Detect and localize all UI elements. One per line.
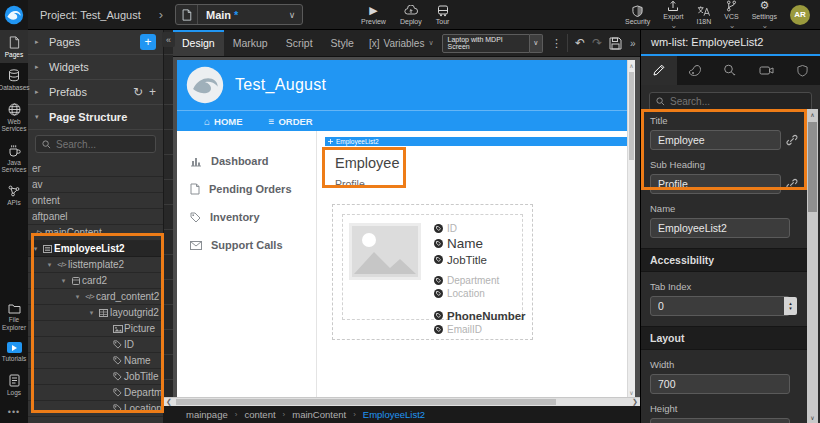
subheading-input[interactable] [650, 174, 781, 194]
breadcrumb-mainpage[interactable]: mainpage [186, 409, 228, 420]
menu-item-support-calls[interactable]: Support Calls [177, 231, 316, 259]
prefabs-accordion[interactable]: ▸ Prefabs ↻ + [28, 80, 163, 105]
scrollbar-thumb[interactable] [176, 399, 556, 405]
widgets-accordion[interactable]: ▸ Widgets [28, 55, 163, 80]
tree-item-department[interactable]: Department [28, 385, 163, 401]
list-item-template[interactable]: ID Name JobTitle [332, 204, 533, 340]
field-name[interactable]: Name [434, 235, 526, 252]
page-structure-accordion[interactable]: ▾ Page Structure [28, 105, 163, 130]
chevron-down-icon[interactable] [72, 293, 83, 301]
sidebar-item-java-services[interactable]: Java Services [0, 138, 28, 179]
i18n-button[interactable]: I18N [697, 4, 712, 25]
pages-accordion[interactable]: ▸ Pages + [28, 30, 163, 55]
expand-toolbar-button[interactable]: » [625, 30, 640, 56]
preview-button[interactable]: ▶ Preview [361, 4, 386, 25]
sidebar-item-pages[interactable]: Pages [0, 30, 28, 63]
security-button[interactable]: Security [625, 4, 650, 25]
tab-markup[interactable]: Markup [224, 30, 277, 56]
tree-item-header[interactable]: er [28, 161, 163, 177]
sidebar-item-web-services[interactable]: Web Services [0, 97, 28, 138]
breadcrumb-maincontent[interactable]: mainContent [292, 409, 346, 420]
kebab-menu-icon[interactable]: ⋮ [549, 30, 565, 56]
tab-security[interactable] [784, 56, 820, 85]
structure-search-input[interactable] [56, 139, 149, 150]
list-item-card[interactable]: ID Name JobTitle [342, 214, 523, 320]
tree-item-picture[interactable]: Picture [28, 321, 163, 337]
field-id[interactable]: ID [434, 222, 526, 235]
section-accessibility[interactable]: Accessibility [641, 248, 807, 272]
tab-events[interactable] [713, 56, 749, 85]
width-input[interactable] [650, 374, 790, 394]
field-phonenumber[interactable]: PhoneNumber [434, 308, 526, 323]
chevron-down-icon[interactable] [44, 261, 55, 269]
deploy-button[interactable]: Deploy [400, 4, 422, 25]
bind-link-icon[interactable] [786, 178, 798, 190]
variables-button[interactable]: [x] Variables [369, 30, 434, 56]
tree-item-card-content2[interactable]: </> card_content2 [28, 289, 163, 305]
tab-style[interactable]: Style [322, 30, 363, 56]
properties-search-input[interactable] [670, 96, 805, 107]
nav-item-home[interactable]: ⌂ HOME [204, 116, 243, 127]
field-emailid[interactable]: EmailID [434, 323, 526, 336]
add-prefab-button[interactable]: + [149, 85, 156, 99]
sidebar-item-file-explorer[interactable]: File Explorer [0, 297, 28, 336]
undo-button[interactable]: ↶ [571, 30, 588, 56]
tree-item-location[interactable]: Location [28, 401, 163, 417]
tab-device[interactable] [748, 56, 784, 85]
tab-design[interactable]: Design [173, 30, 224, 56]
bind-link-icon[interactable] [786, 134, 798, 146]
nav-item-order[interactable]: ≡ ORDER [269, 116, 313, 127]
canvas-vertical-scrollbar[interactable]: ∧ ∨ [627, 60, 635, 397]
chevron-down-icon[interactable] [30, 245, 41, 253]
tour-button[interactable]: Tour [436, 4, 450, 25]
scrollbar-thumb[interactable] [629, 72, 634, 160]
title-input[interactable] [650, 130, 781, 150]
sidebar-item-tutorials[interactable]: Tutorials [0, 336, 28, 367]
name-input[interactable] [650, 218, 790, 238]
canvas-horizontal-scrollbar[interactable]: ❮ ❯ [164, 397, 640, 406]
sidebar-item-databases[interactable]: Databases [0, 63, 28, 96]
tree-item-name[interactable]: Name [28, 353, 163, 369]
scroll-down-icon[interactable]: ∨ [807, 412, 818, 423]
menu-item-pending-orders[interactable]: Pending Orders [177, 175, 316, 203]
tree-item-maincontent[interactable]: /> mainContent [28, 225, 163, 241]
scroll-up-icon[interactable]: ∧ [807, 109, 818, 120]
sidebar-item-apis[interactable]: APIs [0, 179, 28, 211]
breadcrumb-content[interactable]: content [244, 409, 275, 420]
redo-button[interactable]: ↷ [589, 30, 606, 56]
sidebar-item-logs[interactable]: Logs [0, 368, 28, 401]
device-selector-dropdown[interactable]: Laptop with MDPI Screen ∨ [442, 34, 543, 53]
tree-item-employeelist2[interactable]: EmployeeList2 [28, 241, 163, 257]
export-button[interactable]: Export [663, 0, 683, 30]
page-selector-dropdown[interactable]: Main * ∨ [175, 4, 303, 25]
tree-item-jobtitle[interactable]: JobTitle [28, 369, 163, 385]
menu-item-inventory[interactable]: Inventory [177, 203, 316, 231]
wavemaker-logo-icon[interactable] [0, 0, 28, 30]
tree-item-content[interactable]: ontent [28, 193, 163, 209]
breadcrumb-employeelist2[interactable]: EmployeeList2 [363, 409, 425, 420]
scrollbar-thumb[interactable] [808, 122, 817, 212]
picture-placeholder[interactable] [349, 223, 421, 280]
settings-button[interactable]: ⚙ Settings [752, 0, 777, 30]
selected-widget-tag[interactable]: EmployeeList2 [325, 137, 627, 146]
tree-item-listtemplate2[interactable]: </> listtemplate2 [28, 257, 163, 273]
menu-item-dashboard[interactable]: Dashboard [177, 147, 316, 175]
save-button[interactable] [606, 30, 625, 56]
more-options-button[interactable]: ••• [8, 401, 20, 423]
tab-styles[interactable] [677, 56, 713, 85]
section-layout[interactable]: Layout [641, 326, 807, 350]
user-avatar[interactable]: AR [790, 5, 810, 25]
tree-item-id[interactable]: ID [28, 337, 163, 353]
inspector-scrollbar[interactable]: ∧ ∨ [807, 109, 818, 423]
tabindex-input[interactable] [650, 296, 790, 316]
refresh-icon[interactable]: ↻ [133, 85, 143, 99]
field-department[interactable]: Department [434, 274, 526, 287]
list-title[interactable]: Employee [325, 146, 627, 171]
chevron-down-icon[interactable] [86, 309, 97, 317]
scroll-up-icon[interactable]: ∧ [628, 60, 635, 70]
stepper-arrows-icon[interactable]: ▴▾ [784, 297, 797, 315]
chevron-down-icon[interactable] [58, 277, 69, 285]
add-page-button[interactable]: + [140, 34, 156, 50]
vcs-button[interactable]: VCS [724, 0, 738, 30]
scroll-right-icon[interactable]: ❯ [630, 398, 640, 406]
